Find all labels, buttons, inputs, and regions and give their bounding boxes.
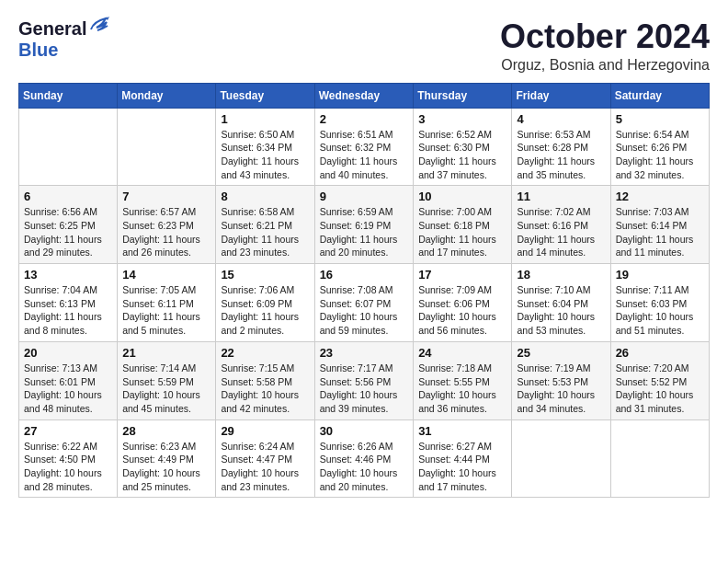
day-info: Sunrise: 7:06 AM Sunset: 6:09 PM Dayligh…: [221, 283, 309, 338]
logo-bird-icon: [89, 17, 109, 37]
day-number: 1: [221, 112, 309, 126]
logo: General Blue: [18, 18, 109, 61]
day-number: 28: [122, 424, 210, 438]
day-info: Sunrise: 6:26 AM Sunset: 4:46 PM Dayligh…: [320, 440, 409, 494]
day-info: Sunrise: 7:05 AM Sunset: 6:11 PM Dayligh…: [122, 283, 210, 338]
calendar-cell: 10Sunrise: 7:00 AM Sunset: 6:18 PM Dayli…: [414, 186, 512, 264]
day-info: Sunrise: 6:22 AM Sunset: 4:50 PM Dayligh…: [24, 440, 112, 494]
day-info: Sunrise: 7:11 AM Sunset: 6:03 PM Dayligh…: [616, 283, 704, 338]
day-number: 30: [320, 424, 409, 438]
day-info: Sunrise: 7:04 AM Sunset: 6:13 PM Dayligh…: [24, 283, 112, 338]
location-title: Orguz, Bosnia and Herzegovina: [500, 57, 710, 74]
calendar-cell: 29Sunrise: 6:24 AM Sunset: 4:47 PM Dayli…: [216, 419, 314, 498]
day-info: Sunrise: 6:57 AM Sunset: 6:23 PM Dayligh…: [122, 205, 210, 259]
day-info: Sunrise: 6:23 AM Sunset: 4:49 PM Dayligh…: [122, 440, 210, 494]
day-number: 12: [616, 190, 704, 203]
day-info: Sunrise: 6:58 AM Sunset: 6:21 PM Dayligh…: [221, 205, 309, 259]
calendar-cell: 14Sunrise: 7:05 AM Sunset: 6:11 PM Dayli…: [118, 264, 216, 342]
day-number: 20: [24, 346, 112, 360]
calendar-cell: 31Sunrise: 6:27 AM Sunset: 4:44 PM Dayli…: [414, 419, 512, 498]
calendar-day-header: Thursday: [414, 83, 512, 108]
calendar-cell: 30Sunrise: 6:26 AM Sunset: 4:46 PM Dayli…: [314, 419, 414, 498]
day-info: Sunrise: 7:19 AM Sunset: 5:53 PM Dayligh…: [517, 362, 605, 416]
day-number: 26: [616, 346, 704, 360]
calendar-week-row: 13Sunrise: 7:04 AM Sunset: 6:13 PM Dayli…: [19, 264, 710, 342]
day-number: 19: [616, 268, 704, 282]
calendar-cell: 5Sunrise: 6:54 AM Sunset: 6:26 PM Daylig…: [610, 108, 709, 186]
calendar-cell: 25Sunrise: 7:19 AM Sunset: 5:53 PM Dayli…: [512, 341, 610, 419]
day-number: 13: [24, 268, 112, 282]
calendar-day-header: Monday: [118, 83, 216, 108]
calendar-cell: 2Sunrise: 6:51 AM Sunset: 6:32 PM Daylig…: [314, 108, 414, 186]
title-block: October 2024 Orguz, Bosnia and Herzegovi…: [500, 18, 710, 74]
day-number: 7: [122, 190, 210, 203]
logo-general-text: General: [18, 18, 86, 40]
day-number: 25: [517, 346, 605, 360]
calendar-day-header: Friday: [512, 83, 610, 108]
day-info: Sunrise: 7:10 AM Sunset: 6:04 PM Dayligh…: [517, 283, 605, 338]
day-number: 14: [122, 268, 210, 282]
day-info: Sunrise: 6:52 AM Sunset: 6:30 PM Dayligh…: [418, 128, 506, 182]
calendar-week-row: 20Sunrise: 7:13 AM Sunset: 6:01 PM Dayli…: [19, 341, 710, 419]
day-info: Sunrise: 6:51 AM Sunset: 6:32 PM Dayligh…: [320, 128, 409, 182]
day-number: 31: [418, 424, 506, 438]
calendar-cell: 21Sunrise: 7:14 AM Sunset: 5:59 PM Dayli…: [118, 341, 216, 419]
day-number: 3: [418, 112, 506, 126]
calendar-cell: 8Sunrise: 6:58 AM Sunset: 6:21 PM Daylig…: [216, 186, 314, 264]
calendar-cell: 15Sunrise: 7:06 AM Sunset: 6:09 PM Dayli…: [216, 264, 314, 342]
calendar-cell: 28Sunrise: 6:23 AM Sunset: 4:49 PM Dayli…: [118, 419, 216, 498]
calendar-cell: 27Sunrise: 6:22 AM Sunset: 4:50 PM Dayli…: [19, 419, 118, 498]
day-info: Sunrise: 7:15 AM Sunset: 5:58 PM Dayligh…: [221, 362, 309, 416]
day-info: Sunrise: 6:53 AM Sunset: 6:28 PM Dayligh…: [517, 128, 605, 182]
calendar-cell: [610, 419, 709, 498]
day-number: 8: [221, 190, 309, 203]
calendar-week-row: 27Sunrise: 6:22 AM Sunset: 4:50 PM Dayli…: [19, 419, 710, 498]
day-number: 2: [320, 112, 409, 126]
day-info: Sunrise: 6:54 AM Sunset: 6:26 PM Dayligh…: [616, 128, 704, 182]
calendar-week-row: 1Sunrise: 6:50 AM Sunset: 6:34 PM Daylig…: [19, 108, 710, 186]
day-info: Sunrise: 6:59 AM Sunset: 6:19 PM Dayligh…: [320, 205, 409, 259]
day-info: Sunrise: 7:17 AM Sunset: 5:56 PM Dayligh…: [320, 362, 409, 416]
calendar-cell: 9Sunrise: 6:59 AM Sunset: 6:19 PM Daylig…: [314, 186, 414, 264]
day-number: 29: [221, 424, 309, 438]
day-number: 15: [221, 268, 309, 282]
day-info: Sunrise: 7:09 AM Sunset: 6:06 PM Dayligh…: [418, 283, 506, 338]
calendar-cell: 19Sunrise: 7:11 AM Sunset: 6:03 PM Dayli…: [610, 264, 709, 342]
calendar-cell: [19, 108, 118, 186]
day-number: 16: [320, 268, 409, 282]
day-number: 18: [517, 268, 605, 282]
calendar-cell: 13Sunrise: 7:04 AM Sunset: 6:13 PM Dayli…: [19, 264, 118, 342]
calendar-day-header: Sunday: [19, 83, 118, 108]
logo-blue-text: Blue: [18, 40, 58, 61]
calendar-cell: [512, 419, 610, 498]
calendar-cell: 3Sunrise: 6:52 AM Sunset: 6:30 PM Daylig…: [414, 108, 512, 186]
calendar-table: SundayMondayTuesdayWednesdayThursdayFrid…: [18, 83, 710, 499]
day-info: Sunrise: 7:03 AM Sunset: 6:14 PM Dayligh…: [616, 205, 704, 259]
day-info: Sunrise: 7:18 AM Sunset: 5:55 PM Dayligh…: [418, 362, 506, 416]
day-number: 5: [616, 112, 704, 126]
day-number: 27: [24, 424, 112, 438]
calendar-cell: 26Sunrise: 7:20 AM Sunset: 5:52 PM Dayli…: [610, 341, 709, 419]
calendar-cell: 6Sunrise: 6:56 AM Sunset: 6:25 PM Daylig…: [19, 186, 118, 264]
calendar-cell: 22Sunrise: 7:15 AM Sunset: 5:58 PM Dayli…: [216, 341, 314, 419]
day-info: Sunrise: 7:14 AM Sunset: 5:59 PM Dayligh…: [122, 362, 210, 416]
calendar-day-header: Saturday: [610, 83, 709, 108]
calendar-cell: 11Sunrise: 7:02 AM Sunset: 6:16 PM Dayli…: [512, 186, 610, 264]
day-info: Sunrise: 7:02 AM Sunset: 6:16 PM Dayligh…: [517, 205, 605, 259]
day-info: Sunrise: 7:00 AM Sunset: 6:18 PM Dayligh…: [418, 205, 506, 259]
calendar-cell: 7Sunrise: 6:57 AM Sunset: 6:23 PM Daylig…: [118, 186, 216, 264]
day-number: 9: [320, 190, 409, 203]
day-number: 4: [517, 112, 605, 126]
day-number: 21: [122, 346, 210, 360]
calendar-cell: 4Sunrise: 6:53 AM Sunset: 6:28 PM Daylig…: [512, 108, 610, 186]
day-info: Sunrise: 7:08 AM Sunset: 6:07 PM Dayligh…: [320, 283, 409, 338]
calendar-cell: 23Sunrise: 7:17 AM Sunset: 5:56 PM Dayli…: [314, 341, 414, 419]
day-info: Sunrise: 7:20 AM Sunset: 5:52 PM Dayligh…: [616, 362, 704, 416]
day-number: 22: [221, 346, 309, 360]
day-info: Sunrise: 6:50 AM Sunset: 6:34 PM Dayligh…: [221, 128, 309, 182]
day-info: Sunrise: 6:24 AM Sunset: 4:47 PM Dayligh…: [221, 440, 309, 494]
day-number: 6: [24, 190, 112, 203]
day-number: 10: [418, 190, 506, 203]
month-title: October 2024: [500, 18, 710, 55]
calendar-cell: 1Sunrise: 6:50 AM Sunset: 6:34 PM Daylig…: [216, 108, 314, 186]
